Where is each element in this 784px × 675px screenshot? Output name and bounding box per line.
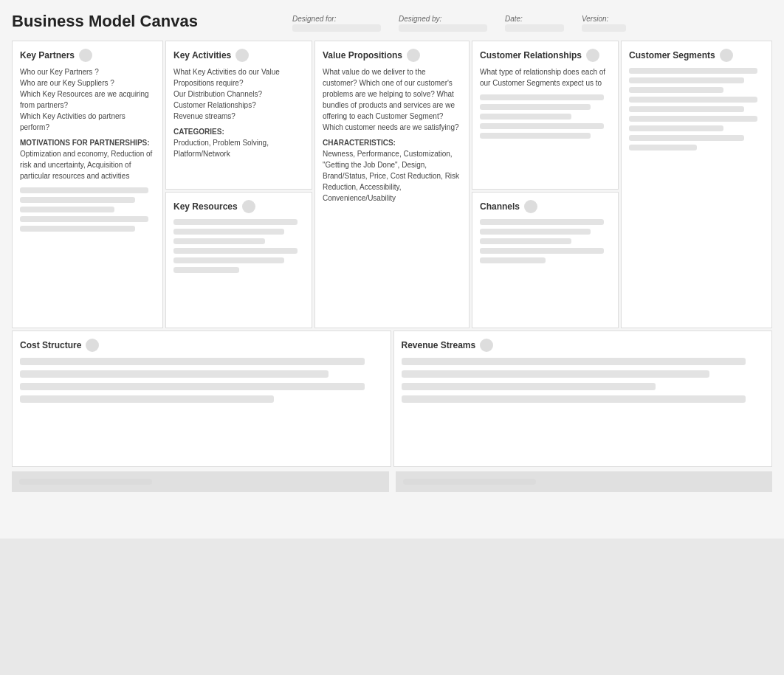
blur-line	[480, 219, 604, 225]
designed-for-field: Designed for:	[292, 15, 381, 32]
version-field: Version:	[582, 15, 626, 32]
blur-line	[480, 114, 571, 120]
page-title: Business Model Canvas	[12, 12, 292, 31]
date-value	[505, 24, 564, 32]
top-section: Key Partners Who our Key Partners ? Who …	[12, 41, 772, 328]
revenue-streams-title: Revenue Streams	[402, 339, 765, 352]
customer-segments-title: Customer Segments	[629, 49, 764, 62]
key-partners-title: Key Partners	[20, 49, 155, 62]
value-propositions-cell: Value Propositions What value do we deli…	[314, 41, 470, 328]
blur-line	[480, 257, 546, 263]
blur-line	[480, 238, 571, 244]
cost-structure-icon	[86, 339, 99, 352]
channels-blur	[480, 219, 611, 263]
blur-line	[629, 135, 744, 141]
customer-relationships-blur	[480, 94, 611, 139]
blur-line	[629, 68, 757, 74]
revenue-streams-cell: Revenue Streams	[393, 330, 773, 467]
blur-line	[629, 77, 744, 83]
footer-divider	[391, 471, 393, 492]
blur-line	[173, 219, 298, 225]
footer-row	[12, 471, 772, 492]
blur-line	[629, 106, 744, 112]
blur-line	[402, 370, 710, 378]
customer-segments-icon	[720, 49, 733, 62]
blur-line	[20, 216, 148, 222]
key-partners-cell: Key Partners Who our Key Partners ? Who …	[12, 41, 163, 328]
footer-bar-right	[403, 479, 536, 485]
customer-segments-cell: Customer Segments	[621, 41, 772, 328]
key-partners-blur	[20, 187, 155, 232]
canvas-area: Key Partners Who our Key Partners ? Who …	[12, 41, 772, 492]
revenue-streams-icon	[480, 339, 493, 352]
blur-line	[402, 395, 746, 403]
footer-left	[12, 471, 389, 492]
key-resources-cell: Key Resources	[165, 192, 312, 328]
bottom-section: Cost Structure Revenue Streams	[12, 330, 772, 467]
customer-segments-blur	[629, 68, 764, 150]
version-label: Version:	[582, 15, 626, 23]
key-activities-title: Key Activities	[173, 49, 304, 62]
title-area: Business Model Canvas	[12, 12, 292, 31]
key-partners-icon	[79, 49, 92, 62]
blur-line	[629, 97, 757, 103]
designed-by-field: Designed by:	[399, 15, 487, 32]
blur-line	[20, 383, 365, 390]
key-activities-cell: Key Activities What Key Activities do ou…	[165, 41, 312, 190]
footer-right	[396, 471, 773, 492]
blur-line	[629, 145, 697, 150]
blur-line	[173, 267, 239, 273]
channels-cell: Channels	[472, 192, 619, 328]
value-props-questions: What value do we deliver to the customer…	[323, 66, 461, 133]
blur-line	[480, 94, 604, 100]
blur-line	[629, 116, 757, 122]
channels-icon	[524, 200, 537, 213]
date-field: Date:	[505, 15, 564, 32]
blur-line	[480, 104, 591, 110]
customer-relationships-cell: Customer Relationships What type of rela…	[472, 41, 619, 190]
value-props-title: Value Propositions	[323, 49, 461, 62]
designed-for-value	[292, 24, 381, 32]
version-value	[582, 24, 626, 32]
cost-structure-blur	[20, 358, 383, 403]
blur-line	[629, 125, 723, 131]
key-partners-motivations: MOTIVATIONS FOR PARTNERSHIPS: Optimizati…	[20, 137, 155, 181]
blur-line	[173, 238, 265, 244]
meta-fields: Designed for: Designed by: Date: Version…	[292, 12, 772, 32]
revenue-streams-blur	[402, 358, 765, 403]
value-props-characteristics: CHARACTERISTICS: Newness, Performance, C…	[323, 137, 461, 204]
designed-by-label: Designed by:	[399, 15, 487, 23]
col2-wrapper: Key Activities What Key Activities do ou…	[165, 41, 312, 328]
blur-line	[20, 187, 148, 193]
key-resources-icon	[242, 200, 255, 213]
key-partners-questions: Who our Key Partners ? Who are our Key S…	[20, 66, 155, 133]
blur-line	[20, 226, 135, 232]
blur-line	[20, 197, 135, 203]
designed-for-label: Designed for:	[292, 15, 381, 23]
blur-line	[629, 87, 723, 93]
blur-line	[480, 248, 604, 254]
key-resources-blur	[173, 219, 304, 273]
date-label: Date:	[505, 15, 564, 23]
customer-relationships-questions: What type of relationship does each of o…	[480, 66, 611, 89]
blur-line	[20, 395, 274, 403]
customer-relationships-icon	[586, 49, 599, 62]
blur-line	[480, 133, 591, 139]
footer-bar-left	[19, 479, 152, 485]
channels-title: Channels	[480, 200, 611, 213]
value-props-icon	[407, 49, 420, 62]
key-activities-categories: CATEGORIES: Production, Problem Solving,…	[173, 126, 304, 159]
key-resources-title: Key Resources	[173, 200, 304, 213]
header: Business Model Canvas Designed for: Desi…	[12, 12, 772, 32]
col4-wrapper: Customer Relationships What type of rela…	[472, 41, 619, 328]
customer-relationships-title: Customer Relationships	[480, 49, 611, 62]
blur-line	[402, 358, 746, 365]
blur-line	[20, 207, 114, 212]
blur-line	[173, 257, 284, 263]
blur-line	[173, 229, 284, 235]
cost-structure-cell: Cost Structure	[12, 330, 391, 467]
blur-line	[20, 358, 365, 365]
blur-line	[480, 123, 604, 129]
cost-structure-title: Cost Structure	[20, 339, 383, 352]
page: Business Model Canvas Designed for: Desi…	[0, 0, 784, 539]
